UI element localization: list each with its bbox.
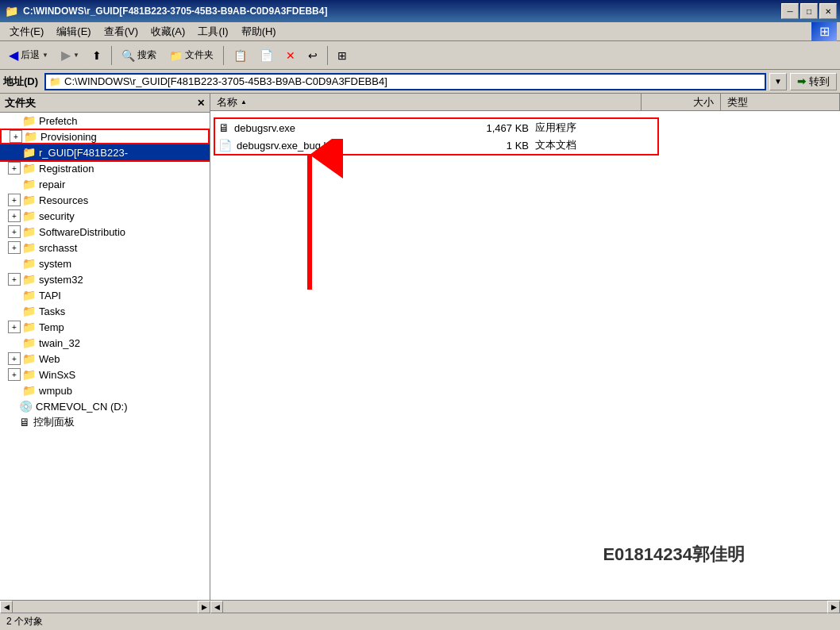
paste-button[interactable]: 📄 (254, 44, 279, 67)
tree-item-twain32[interactable]: 📁 twain_32 (0, 335, 210, 351)
menu-tools[interactable]: 工具(I) (191, 23, 234, 40)
expand-resources[interactable]: + (8, 194, 21, 206)
folder-icon: 📁 (22, 273, 36, 286)
expand-provisioning[interactable]: + (10, 130, 22, 143)
address-folder-icon: 📁 (49, 76, 61, 87)
tree-label-srchasst: srchasst (39, 242, 77, 254)
tree-item-control-panel[interactable]: 🖥 控制面板 (0, 414, 210, 430)
search-button[interactable]: 🔍 搜索 (116, 44, 162, 67)
close-button[interactable]: ✕ (819, 3, 837, 19)
tree-item-prefetch[interactable]: 📁 Prefetch (0, 113, 210, 129)
tree-item-r-guid[interactable]: 📁 r_GUID[F481B223- (0, 144, 210, 160)
tree-item-resources[interactable]: + 📁 Resources (0, 192, 210, 208)
col-header-name[interactable]: 名称 ▲ (210, 94, 642, 110)
tree-item-security[interactable]: + 📁 security (0, 208, 210, 224)
go-button[interactable]: ➡ 转到 (790, 73, 837, 90)
file-name-debugsrv-exe: debugsrv.exe (234, 122, 459, 134)
horizontal-scrollbar[interactable]: ◀ ▶ (210, 600, 840, 613)
delete-button[interactable]: ✕ (280, 44, 301, 67)
left-scroll-left-btn[interactable]: ◀ (0, 601, 13, 613)
file-item-debugsrv-exe[interactable]: 🖥 debugsrv.exe 1,467 KB 应用程序 (215, 119, 657, 136)
file-list-header: 名称 ▲ 大小 类型 (210, 94, 840, 111)
back-button[interactable]: ◀ 后退 ▼ (3, 44, 54, 67)
address-dropdown[interactable]: ▼ (769, 73, 787, 90)
back-label: 后退 (21, 48, 40, 62)
folder-panel-title: 文件夹 (5, 96, 36, 110)
col-size-label: 大小 (693, 95, 714, 109)
tree-label-temp: Temp (39, 321, 64, 333)
tree-item-winsxs[interactable]: + 📁 WinSxS (0, 367, 210, 382)
maximize-button[interactable]: □ (800, 3, 818, 19)
scroll-right-btn[interactable]: ▶ (827, 601, 840, 613)
folders-button[interactable]: 📁 文件夹 (164, 44, 219, 67)
tree-item-temp[interactable]: + 📁 Temp (0, 319, 210, 335)
tree-label-winsxs: WinSxS (39, 369, 75, 381)
tree-label-system: system (39, 258, 71, 270)
address-bar: 地址(D) 📁 ▼ ➡ 转到 (0, 70, 840, 94)
folder-icon: 📁 (22, 114, 36, 127)
toolbar-separator-2 (223, 46, 224, 65)
folder-icon: 📁 (22, 289, 36, 302)
menu-favorites[interactable]: 收藏(A) (144, 23, 191, 40)
go-label: 转到 (809, 75, 830, 89)
expand-winsxs[interactable]: + (8, 368, 21, 381)
tree-item-repair[interactable]: 📁 repair (0, 176, 210, 192)
folder-icon: 📁 (22, 368, 36, 381)
copy-button[interactable]: 📋 (228, 44, 252, 67)
col-name-label: 名称 (217, 95, 237, 109)
paste-icon: 📄 (260, 49, 273, 62)
back-dropdown-icon[interactable]: ▼ (42, 52, 48, 59)
scroll-left-btn[interactable]: ◀ (210, 601, 223, 613)
tree-label-control-panel: 控制面板 (33, 415, 75, 429)
left-panel-scrollbar[interactable]: ◀ ▶ (0, 600, 210, 613)
tree-item-web[interactable]: + 📁 Web (0, 351, 210, 367)
tree-item-srchasst[interactable]: + 📁 srchasst (0, 240, 210, 255)
tree-item-softdist[interactable]: + 📁 SoftwareDistributio (0, 224, 210, 240)
windows-logo: ⊞ (811, 22, 837, 41)
view-button[interactable]: ⊞ (332, 44, 353, 67)
menu-view[interactable]: 查看(V) (98, 23, 144, 40)
tree-item-crmevol[interactable]: 💿 CRMEVOL_CN (D:) (0, 398, 210, 414)
folder-panel-close[interactable]: ✕ (197, 98, 205, 109)
address-input[interactable] (64, 75, 761, 87)
tree-label-system32: system32 (39, 274, 83, 286)
address-input-wrapper[interactable]: 📁 (44, 73, 766, 90)
menu-help[interactable]: 帮助(H) (235, 23, 283, 40)
tree-item-registration[interactable]: + 📁 Registration (0, 160, 210, 176)
tree-item-tapi[interactable]: 📁 TAPI (0, 287, 210, 303)
folder-icon: 📁 (22, 384, 36, 397)
menu-edit[interactable]: 编辑(E) (50, 23, 97, 40)
tree-item-tasks[interactable]: 📁 Tasks (0, 303, 210, 319)
undo-icon: ↩ (308, 49, 318, 62)
left-scroll-right-btn[interactable]: ▶ (198, 601, 210, 613)
tree-item-system32[interactable]: + 📁 system32 (0, 271, 210, 287)
search-label: 搜索 (137, 48, 156, 62)
up-button[interactable]: ⬆ (87, 44, 107, 67)
expand-system32[interactable]: + (8, 273, 21, 286)
file-size-debugsrv-exe: 1,467 KB (459, 122, 535, 134)
expand-softdist[interactable]: + (8, 225, 21, 238)
forward-button[interactable]: ▶ ▼ (56, 44, 85, 67)
delete-icon: ✕ (286, 49, 295, 62)
file-item-debugsrv-log[interactable]: 📄 debugsrv.exe_bug.log 1 KB 文本文档 (215, 136, 657, 154)
folder-icon: 📁 (22, 209, 36, 222)
tree-item-system[interactable]: 📁 system (0, 255, 210, 271)
tree-label-resources: Resources (39, 194, 88, 206)
expand-registration[interactable]: + (8, 162, 21, 175)
menu-file[interactable]: 文件(E) (3, 23, 50, 40)
minimize-button[interactable]: ─ (781, 3, 799, 19)
undo-button[interactable]: ↩ (302, 44, 323, 67)
tree-item-wmpub[interactable]: 📁 wmpub (0, 382, 210, 398)
title-bar: 📁 C:\WINDOWS\r_GUID[F481B223-3705-45B3-B… (0, 0, 840, 22)
tree-label-repair: repair (39, 179, 65, 190)
col-header-type[interactable]: 类型 (721, 94, 840, 110)
expand-temp[interactable]: + (8, 321, 21, 333)
tree-label-provisioning: Provisioning (40, 131, 97, 143)
expand-web[interactable]: + (8, 352, 21, 365)
tree-label-security: security (39, 210, 75, 222)
expand-srchasst[interactable]: + (8, 241, 21, 254)
forward-dropdown-icon[interactable]: ▼ (73, 52, 79, 59)
tree-item-provisioning[interactable]: + 📁 Provisioning (0, 129, 210, 144)
col-header-size[interactable]: 大小 (642, 94, 721, 110)
expand-security[interactable]: + (8, 209, 21, 222)
